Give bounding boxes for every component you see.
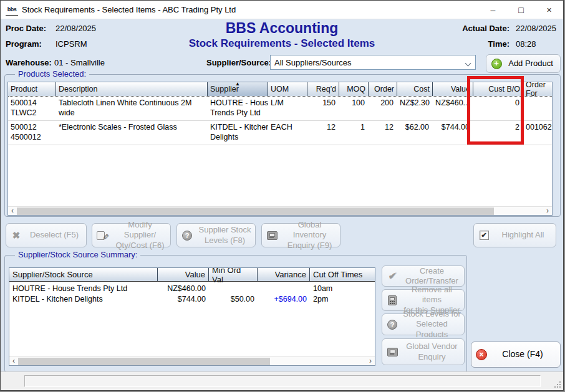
register-icon	[387, 348, 398, 356]
modify-supplier-button[interactable]: ✎ Modify Supplier/Qty/Cost (F6)	[92, 223, 171, 247]
sort-asc-icon: ▲	[235, 82, 240, 87]
summary-group: Supplier/Stock Source Summary: Supplier/…	[4, 255, 467, 373]
column-header-order-for[interactable]: Order For	[523, 82, 552, 96]
checked-checkbox-icon: ✔	[480, 231, 489, 240]
actual-date-label: Actual Date:	[462, 24, 509, 33]
status-bar	[1, 371, 563, 390]
column-header-cost[interactable]: Cost	[397, 82, 433, 96]
title-bar: bbs Stock Requirements - Selected Items …	[1, 1, 563, 19]
scroll-left-icon[interactable]: ‹	[9, 357, 18, 366]
column-header-order[interactable]: Order	[369, 82, 397, 96]
scroll-right-icon[interactable]: ›	[543, 207, 552, 216]
status-message-area	[24, 375, 541, 387]
summary-row[interactable]: KITDEL - Kitchen Delights $744.00 $50.00…	[9, 294, 375, 304]
screen-title: Stock Requirements - Selected Items	[1, 37, 563, 50]
column-header-value[interactable]: Value	[433, 82, 473, 96]
highlight-all-button[interactable]: ✔ Highlight All	[473, 223, 556, 247]
chevron-down-icon	[465, 60, 471, 67]
table-row[interactable]: 500014TLWC2 Tablecloth Linen White Conti…	[8, 97, 552, 121]
edit-note-icon: ✎	[97, 231, 108, 241]
column-header-value[interactable]: Value	[158, 268, 209, 281]
question-icon: ?	[182, 231, 192, 241]
remove-all-items-button[interactable]: Remove all itemsfor this Supplier	[382, 289, 465, 311]
summary-table: Supplier/Stock Source Value Min Ord Val …	[9, 267, 375, 366]
check-icon: ✔	[389, 270, 397, 282]
supplier-source-dropdown[interactable]: All Suppliers/Sources	[270, 55, 476, 70]
products-horizontal-scrollbar: ‹ ›	[8, 206, 552, 215]
column-header-product[interactable]: Product	[8, 82, 56, 96]
column-header-cut-off-times[interactable]: Cut Off Times	[310, 268, 375, 281]
time-value: 08:28	[516, 39, 536, 49]
warehouse-label: Warehouse:	[6, 58, 52, 67]
scroll-left-icon[interactable]: ‹	[8, 207, 17, 216]
products-table: Product Description Supplier ▲ UOM Req'd…	[7, 82, 553, 216]
products-table-header: Product Description Supplier ▲ UOM Req'd…	[8, 82, 552, 97]
scrollbar-thumb[interactable]	[17, 208, 494, 215]
calculator-icon	[388, 295, 397, 305]
column-header-supplier[interactable]: Supplier ▲	[208, 82, 268, 96]
question-icon: ?	[387, 320, 397, 330]
time-label: Time:	[488, 39, 509, 49]
summary-table-header: Supplier/Stock Source Value Min Ord Val …	[9, 268, 375, 282]
deselect-x-icon: ✖	[12, 230, 21, 241]
column-header-min-ord-val[interactable]: Min Ord Val	[209, 268, 258, 281]
products-selected-group-label: Products Selected:	[15, 69, 89, 79]
close-red-icon: ×	[476, 349, 487, 360]
global-vendor-enquiry-button[interactable]: Global VendorEnquiry	[382, 338, 465, 365]
global-inventory-enquiry-button[interactable]: Global InventoryEnquiry (F9)	[261, 223, 340, 247]
scroll-right-icon[interactable]: ›	[366, 357, 375, 366]
column-header-reqd[interactable]: Req'd	[307, 82, 339, 96]
warehouse-value: 01 - Smallville	[54, 58, 105, 67]
dialog-content: Proc Date: 22/08/2025 Program: ICPSRM BB…	[1, 19, 563, 374]
column-header-variance[interactable]: Variance	[258, 268, 310, 281]
column-header-description[interactable]: Description	[56, 82, 208, 96]
actual-date-value: 22/08/2025	[516, 24, 556, 33]
column-header-uom[interactable]: UOM	[268, 82, 307, 96]
supplier-stock-levels-button[interactable]: ? Supplier StockLevels (F8)	[176, 223, 256, 247]
summary-row[interactable]: HOUTRE - House Trends Pty Ltd NZ$460.00 …	[9, 283, 375, 294]
window-title: Stock Requirements - Selected Items - AB…	[22, 5, 236, 14]
close-dialog-button[interactable]: × Close (F4)	[471, 342, 561, 368]
column-header-moq[interactable]: MOQ	[339, 82, 369, 96]
summary-horizontal-scrollbar: ‹ ›	[9, 356, 375, 365]
supplier-source-selected: All Suppliers/Sources	[274, 58, 352, 67]
minimize-button[interactable]: –	[479, 1, 507, 19]
register-icon	[267, 231, 278, 240]
column-header-source[interactable]: Supplier/Stock Source	[9, 268, 158, 281]
resize-grip[interactable]	[559, 386, 561, 388]
table-row[interactable]: 5000124500012 *Electronic Scales - Frost…	[8, 121, 552, 145]
deselect-button[interactable]: ✖ Deselect (F5)	[6, 223, 87, 247]
plus-icon: +	[491, 59, 502, 69]
column-header-cust-bo[interactable]: Cust B/O	[473, 82, 523, 96]
products-selected-group: Products Selected: Product Description S…	[4, 74, 561, 217]
maximize-button[interactable]: □	[507, 1, 535, 19]
scrollbar-thumb[interactable]	[18, 358, 270, 365]
app-window: bbs Stock Requirements - Selected Items …	[0, 0, 564, 391]
supplier-source-label: Supplier/Source:	[206, 58, 271, 67]
close-window-button[interactable]: ×	[535, 1, 563, 19]
add-product-button[interactable]: + Add Product	[486, 54, 561, 73]
summary-group-label: Supplier/Stock Source Summary:	[15, 250, 140, 259]
create-order-transfer-button[interactable]: ✔ CreateOrder/Transfer	[382, 265, 465, 287]
app-logo-icon: bbs	[6, 4, 18, 16]
stock-levels-selected-button[interactable]: ? Stock Levels forSelected Products	[382, 313, 465, 335]
